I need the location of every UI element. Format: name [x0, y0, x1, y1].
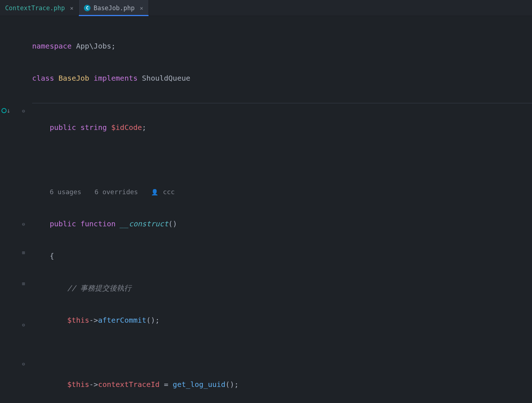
fold-toggle[interactable]: ⊞	[22, 281, 25, 287]
override-gutter-icon[interactable]: ↓	[1, 107, 11, 114]
fold-toggle[interactable]: ⊖	[22, 221, 25, 227]
fold-toggle[interactable]: ⊞	[22, 250, 25, 256]
usages-hint[interactable]: 6 usages	[50, 188, 81, 196]
property-var: $idCode	[111, 123, 142, 132]
interface-name: ShouldQueue	[142, 74, 190, 82]
close-icon[interactable]: ×	[140, 5, 143, 12]
tab-bar: ContextTrace.php × C BaseJob.php ×	[0, 0, 532, 16]
keyword: implements	[94, 74, 138, 82]
fold-toggle[interactable]: ⊖	[22, 322, 25, 328]
function-call: get_log_uuid	[173, 380, 225, 389]
tab-contexttrace[interactable]: ContextTrace.php ×	[0, 0, 79, 16]
class-icon: C	[84, 5, 90, 11]
method-name: __construct	[120, 219, 168, 228]
editor-area[interactable]: ↓ ⊖ ⊖ ⊞ ⊞ ⊖ ⊖ namespace App\Jobs; class …	[0, 16, 532, 403]
tab-label: BaseJob.php	[93, 4, 135, 12]
class-name: BaseJob	[58, 74, 89, 82]
code-content[interactable]: namespace App\Jobs; class BaseJob implem…	[32, 16, 532, 403]
tab-label: ContextTrace.php	[5, 4, 65, 12]
keyword: public	[50, 219, 76, 228]
fold-toggle[interactable]: ⊖	[22, 361, 25, 367]
property-ref: contextTraceId	[98, 380, 160, 389]
method-call: afterCommit	[98, 316, 146, 325]
this-var: $this	[67, 316, 89, 325]
keyword: namespace	[32, 42, 72, 50]
namespace-path: App\Jobs	[76, 42, 111, 50]
comment: // 事務提交後執行	[67, 284, 131, 292]
type-keyword: string	[80, 123, 107, 132]
tab-basejob[interactable]: C BaseJob.php ×	[79, 0, 149, 16]
close-icon[interactable]: ×	[70, 5, 74, 12]
author-hint[interactable]: ccc	[163, 188, 175, 196]
this-var: $this	[67, 380, 89, 389]
overrides-hint[interactable]: 6 overrides	[95, 188, 138, 196]
fold-toggle[interactable]: ⊖	[22, 108, 25, 114]
keyword: class	[32, 74, 54, 82]
gutter: ↓ ⊖ ⊖ ⊞ ⊞ ⊖ ⊖	[0, 16, 32, 403]
user-icon: 👤	[151, 189, 158, 196]
keyword: public	[50, 123, 76, 132]
keyword: function	[80, 219, 115, 228]
